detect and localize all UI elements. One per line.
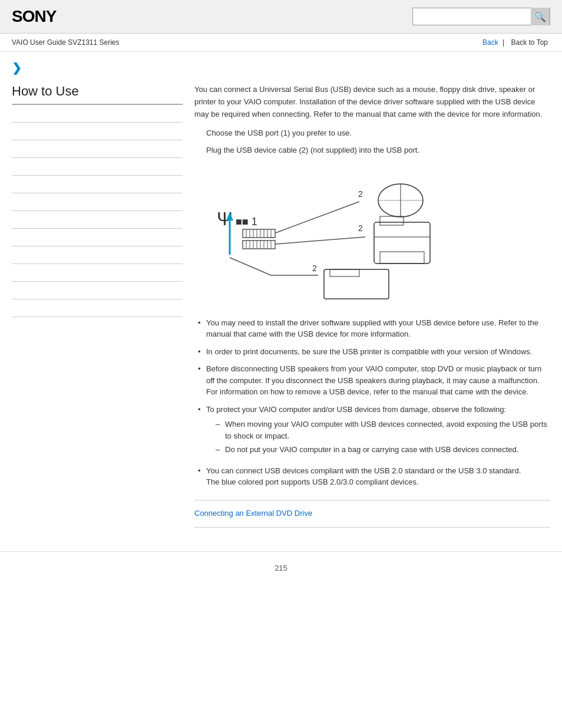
bullet-item-3-sub: For information on how to remove a USB d…: [206, 387, 528, 396]
list-item[interactable]: [12, 211, 183, 229]
search-input[interactable]: [413, 8, 531, 25]
sub-bullet-item-1: When moving your VAIO computer with USB …: [216, 419, 550, 442]
usb-diagram-svg: Ψ ■■ 1: [200, 172, 454, 302]
list-item[interactable]: [12, 282, 183, 299]
nav-separator: |: [503, 38, 504, 47]
search-icon: 🔍: [534, 11, 546, 22]
list-item[interactable]: [12, 193, 183, 211]
sony-logo: SONY: [12, 7, 56, 26]
separator-bottom: [194, 527, 550, 528]
step2-text: Plug the USB device cable (2) (not suppl…: [206, 144, 550, 157]
note-bullet-item-1: You can connect USB devices compliant wi…: [194, 465, 550, 488]
intro-paragraph: You can connect a Universal Serial Bus (…: [194, 84, 550, 120]
nav-links: Back | Back to Top: [482, 38, 550, 47]
svg-rect-36: [324, 269, 389, 299]
page-footer: 215: [0, 551, 562, 584]
search-container: 🔍: [412, 8, 550, 25]
main-content: You can connect a Universal Serial Bus (…: [194, 84, 550, 528]
chevron-icon: ❯: [12, 61, 22, 74]
svg-text:2: 2: [358, 223, 363, 233]
svg-rect-37: [330, 269, 359, 276]
page-number: 215: [275, 564, 287, 572]
sidebar-title: How to Use: [12, 84, 183, 105]
breadcrumb: VAIO User Guide SVZ1311 Series: [12, 38, 120, 47]
note-bullet-sub: The blue colored port supports USB 2.0/3…: [206, 477, 419, 486]
page-header: SONY 🔍: [0, 0, 562, 34]
list-item[interactable]: [12, 264, 183, 282]
back-link[interactable]: Back: [482, 38, 498, 47]
bullet-item-3: Before disconnecting USB speakers from y…: [194, 363, 550, 398]
search-button[interactable]: 🔍: [531, 8, 550, 25]
note-bullet-list: You can connect USB devices compliant wi…: [194, 465, 550, 488]
svg-rect-30: [380, 216, 404, 225]
list-item[interactable]: [12, 246, 183, 264]
list-item[interactable]: [12, 123, 183, 140]
bullet-item-2: In order to print documents, be sure the…: [194, 346, 550, 358]
list-item[interactable]: [12, 105, 183, 123]
back-to-top-link[interactable]: Back to Top: [509, 38, 550, 47]
list-item[interactable]: [12, 176, 183, 193]
svg-rect-13: [243, 241, 275, 249]
svg-rect-29: [374, 222, 430, 263]
sub-bullet-list: When moving your VAIO computer with USB …: [206, 419, 550, 456]
step1-text: Choose the USB port (1) you prefer to us…: [206, 127, 550, 140]
sub-bullet-item-2: Do not put your VAIO computer in a bag o…: [216, 444, 550, 456]
bottom-section: Connecting an External DVD Drive: [194, 500, 550, 528]
bullet-item-4: To protect your VAIO computer and/or USB…: [194, 404, 550, 456]
svg-line-22: [276, 202, 359, 233]
main-layout: How to Use You can connect a Universal S…: [0, 78, 562, 539]
svg-rect-31: [380, 252, 424, 263]
chevron-area: ❯: [0, 52, 562, 78]
svg-line-33: [230, 258, 271, 275]
bullet-list: You may need to install the driver softw…: [194, 317, 550, 456]
usb-diagram: Ψ ■■ 1: [194, 166, 550, 308]
svg-text:2: 2: [312, 263, 317, 273]
bottom-link[interactable]: Connecting an External DVD Drive: [194, 509, 312, 518]
list-item[interactable]: [12, 158, 183, 176]
sidebar: How to Use: [12, 84, 183, 528]
svg-rect-4: [243, 229, 275, 238]
bullet-item-1: You may need to install the driver softw…: [194, 317, 550, 340]
list-item[interactable]: [12, 140, 183, 158]
svg-line-27: [276, 237, 365, 244]
nav-bar: VAIO User Guide SVZ1311 Series Back | Ba…: [0, 34, 562, 52]
svg-text:■■ 1: ■■ 1: [236, 216, 257, 228]
list-item[interactable]: [12, 229, 183, 246]
svg-text:2: 2: [358, 189, 363, 199]
list-item[interactable]: [12, 299, 183, 317]
